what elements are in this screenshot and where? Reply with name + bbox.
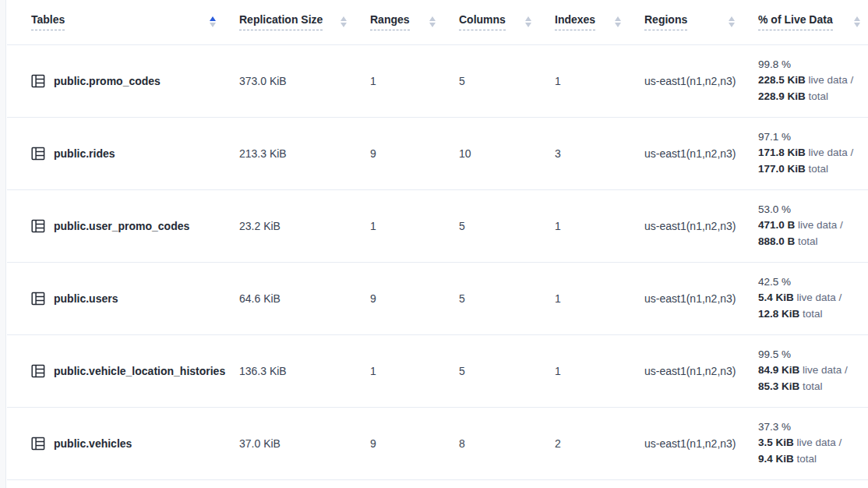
table-name-cell: public.vehicle_location_histories <box>7 334 239 407</box>
ranges-cell: 9 <box>370 262 459 334</box>
column-header-ranges[interactable]: Ranges <box>370 0 459 44</box>
sort-arrows-icon[interactable] <box>525 16 531 27</box>
columns-cell: 10 <box>459 117 555 189</box>
column-header-replication-size[interactable]: Replication Size <box>239 0 370 44</box>
live-data-cell: 42.5 % 5.4 KiB live data / 12.8 KiB tota… <box>758 262 868 334</box>
live-size-line: 3.5 KiB live data / <box>758 435 868 451</box>
table-name-cell: public.promo_codes <box>7 44 239 117</box>
replication-size-cell: 213.3 KiB <box>239 117 370 189</box>
live-size-line: 171.8 KiB live data / <box>758 145 868 161</box>
columns-cell: 5 <box>459 334 555 407</box>
live-percent: 37.3 % <box>758 419 868 436</box>
column-header-tables[interactable]: Tables <box>7 0 239 44</box>
live-percent: 42.5 % <box>758 274 868 291</box>
column-header-label: Ranges <box>370 13 410 30</box>
table-icon <box>31 219 45 233</box>
table-name-cell: public.user_promo_codes <box>7 189 239 262</box>
table-row: public.users 64.6 KiB 9 5 1 us-east1(n1,… <box>7 262 868 334</box>
table-name-link[interactable]: public.promo_codes <box>54 75 161 87</box>
total-size-line: 177.0 KiB total <box>758 161 868 178</box>
indexes-cell: 1 <box>555 334 644 407</box>
table-row: public.vehicles 37.0 KiB 9 8 2 us-east1(… <box>7 407 868 479</box>
live-size-line: 84.9 KiB live data / <box>758 362 868 379</box>
sort-arrows-icon[interactable] <box>729 16 735 27</box>
columns-cell: 5 <box>459 189 555 262</box>
sort-arrows-icon[interactable] <box>615 16 621 27</box>
table-icon <box>31 147 45 161</box>
replication-size-cell: 373.0 KiB <box>239 44 370 117</box>
table-name-cell: public.rides <box>7 117 239 189</box>
sort-arrows-icon[interactable] <box>854 16 860 27</box>
table-icon <box>31 364 45 378</box>
table-row: public.rides 213.3 KiB 9 10 3 us-east1(n… <box>7 117 868 189</box>
indexes-cell: 1 <box>555 262 644 334</box>
columns-cell: 8 <box>459 407 555 479</box>
live-percent: 97.1 % <box>758 129 868 146</box>
replication-size-cell: 23.2 KiB <box>239 189 370 262</box>
total-size-line: 85.3 KiB total <box>758 379 868 395</box>
total-size-line: 888.0 B total <box>758 234 868 250</box>
live-data-cell: 53.0 % 471.0 B live data / 888.0 B total <box>758 189 868 262</box>
table-icon <box>31 74 45 88</box>
table-name-link[interactable]: public.rides <box>54 147 115 160</box>
live-data-cell: 99.8 % 228.5 KiB live data / 228.9 KiB t… <box>758 44 868 117</box>
ranges-cell: 9 <box>370 117 459 189</box>
table-name-link[interactable]: public.users <box>54 292 118 305</box>
sort-arrows-icon[interactable] <box>210 16 216 27</box>
total-size-line: 228.9 KiB total <box>758 89 868 105</box>
indexes-cell: 1 <box>555 44 644 117</box>
indexes-cell: 2 <box>555 407 644 479</box>
replication-size-cell: 136.3 KiB <box>239 334 370 407</box>
replication-size-cell: 37.0 KiB <box>239 407 370 479</box>
table-name-link[interactable]: public.vehicle_location_histories <box>54 365 225 377</box>
regions-cell: us-east1(n1,n2,n3) <box>644 407 758 479</box>
live-size-line: 228.5 KiB live data / <box>758 72 868 89</box>
table-icon <box>31 292 45 306</box>
replication-size-cell: 64.6 KiB <box>239 262 370 334</box>
table-row: public.promo_codes 373.0 KiB 1 5 1 us-ea… <box>7 44 868 117</box>
table-name-cell: public.vehicles <box>7 407 239 479</box>
column-header-label: Regions <box>644 13 687 30</box>
columns-cell: 5 <box>459 262 555 334</box>
live-size-line: 5.4 KiB live data / <box>758 290 868 306</box>
column-header-label: Columns <box>459 13 506 30</box>
regions-cell: us-east1(n1,n2,n3) <box>644 189 758 262</box>
ranges-cell: 1 <box>370 189 459 262</box>
indexes-cell: 1 <box>555 189 644 262</box>
column-header-label: Indexes <box>555 13 595 30</box>
ranges-cell: 1 <box>370 44 459 117</box>
column-header-regions[interactable]: Regions <box>644 0 758 44</box>
table-name-link[interactable]: public.vehicles <box>54 437 132 450</box>
regions-cell: us-east1(n1,n2,n3) <box>644 117 758 189</box>
regions-cell: us-east1(n1,n2,n3) <box>644 334 758 407</box>
table-icon <box>31 437 45 451</box>
table-row: public.vehicle_location_histories 136.3 … <box>7 334 868 407</box>
sort-arrows-icon[interactable] <box>429 16 436 27</box>
live-percent: 99.5 % <box>758 347 868 363</box>
regions-cell: us-east1(n1,n2,n3) <box>644 44 758 117</box>
total-size-line: 9.4 KiB total <box>758 451 868 468</box>
live-percent: 53.0 % <box>758 202 868 218</box>
regions-cell: us-east1(n1,n2,n3) <box>644 262 758 334</box>
ranges-cell: 9 <box>370 407 459 479</box>
live-data-cell: 99.5 % 84.9 KiB live data / 85.3 KiB tot… <box>758 334 868 407</box>
ranges-cell: 1 <box>370 334 459 407</box>
total-size-line: 12.8 KiB total <box>758 306 868 323</box>
live-data-cell: 37.3 % 3.5 KiB live data / 9.4 KiB total <box>758 407 868 479</box>
tables-panel: Tables Replication Size Ranges <box>7 0 868 480</box>
column-header-live-data[interactable]: % of Live Data <box>758 0 868 44</box>
sort-arrows-icon[interactable] <box>340 16 347 27</box>
indexes-cell: 3 <box>555 117 644 189</box>
column-header-indexes[interactable]: Indexes <box>555 0 644 44</box>
column-header-columns[interactable]: Columns <box>459 0 555 44</box>
tables-table: Tables Replication Size Ranges <box>7 0 868 480</box>
live-data-cell: 97.1 % 171.8 KiB live data / 177.0 KiB t… <box>758 117 868 189</box>
table-row: public.user_promo_codes 23.2 KiB 1 5 1 u… <box>7 189 868 262</box>
table-header-row: Tables Replication Size Ranges <box>7 0 868 44</box>
table-name-cell: public.users <box>7 262 239 334</box>
table-name-link[interactable]: public.user_promo_codes <box>54 220 189 232</box>
columns-cell: 5 <box>459 44 555 117</box>
live-percent: 99.8 % <box>758 57 868 73</box>
column-header-label: % of Live Data <box>758 13 833 30</box>
page-left-edge <box>0 0 6 488</box>
